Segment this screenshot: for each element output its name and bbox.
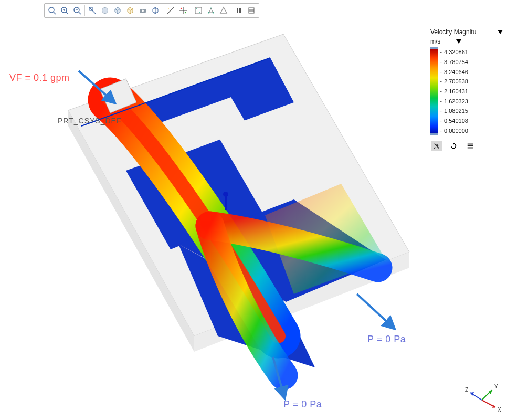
legend-pin-button[interactable] <box>431 141 442 151</box>
svg-text:Y: Y <box>494 384 498 390</box>
inlet-vf-label: VF = 0.1 gpm <box>9 72 70 83</box>
legend-scale: 4.320861 3.780754 3.240646 2.700538 2.16… <box>440 47 468 135</box>
csys-label: PRT_CSYS_DEF <box>58 117 121 125</box>
svg-text:X: X <box>498 407 501 413</box>
legend-tick: 0.000000 <box>440 125 468 135</box>
svg-point-38 <box>436 144 438 146</box>
legend-colorbar <box>430 47 438 135</box>
outlet-a-label: P = 0 Pa <box>367 334 406 345</box>
legend-units-dropdown-icon[interactable] <box>456 39 461 44</box>
svg-marker-46 <box>489 390 492 394</box>
legend-title-dropdown-icon[interactable] <box>498 30 503 34</box>
legend-tick: 0.540108 <box>440 116 468 126</box>
legend-tick: 4.320861 <box>440 47 468 57</box>
legend-tick: 2.700538 <box>440 77 468 87</box>
outlet-arrow-a-icon <box>357 294 391 326</box>
legend-tick: 2.160431 <box>440 87 468 97</box>
legend-units: m/s <box>430 38 440 45</box>
legend-menu-button[interactable] <box>465 141 476 151</box>
legend-tick: 3.240646 <box>440 67 468 77</box>
legend-title: Velocity Magnitu <box>430 28 476 36</box>
color-legend: Velocity Magnitu m/s 4.320861 3.780754 3… <box>430 28 507 151</box>
legend-refresh-button[interactable] <box>448 141 459 151</box>
outlet-b-label: P = 0 Pa <box>283 399 322 410</box>
axis-triad[interactable]: X Y Z <box>465 378 502 415</box>
svg-text:Z: Z <box>465 387 468 393</box>
legend-tick: 3.780754 <box>440 57 468 67</box>
legend-tick: 1.620323 <box>440 96 468 106</box>
legend-tick: 1.080215 <box>440 106 468 116</box>
